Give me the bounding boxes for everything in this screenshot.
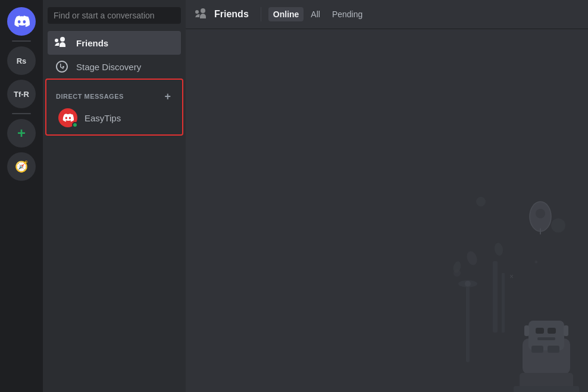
add-dm-button[interactable]: + (163, 92, 173, 101)
friends-header-icon (195, 7, 209, 21)
online-status-dot (72, 122, 78, 128)
nav-stage-discovery[interactable]: Stage Discovery (48, 55, 181, 79)
add-server-button[interactable]: + (7, 119, 36, 148)
friends-header: Friends Online All Pending (186, 0, 588, 29)
add-server-icon: + (17, 125, 26, 142)
empty-state-illustration: × + (290, 154, 588, 392)
search-bar[interactable]: Find or start a conversation (48, 7, 181, 24)
svg-point-4 (536, 209, 545, 218)
stage-discovery-label: Stage Discovery (76, 62, 141, 72)
svg-rect-21 (524, 325, 529, 336)
easytips-name: EasyTips (85, 113, 121, 123)
svg-rect-7 (502, 273, 505, 333)
easytips-avatar (58, 108, 77, 127)
server-sidebar: Rs Tf-R + 🧭 (0, 0, 43, 392)
svg-rect-23 (531, 346, 543, 353)
svg-rect-24 (548, 346, 559, 353)
svg-rect-20 (537, 337, 555, 340)
dm-section: DIRECT MESSAGES + EasyTips (45, 79, 183, 136)
svg-rect-6 (493, 261, 498, 333)
svg-point-13 (493, 242, 504, 256)
svg-rect-22 (564, 325, 568, 336)
dm-section-header: DIRECT MESSAGES + (46, 82, 182, 104)
compass-icon: 🧭 (15, 160, 28, 173)
svg-rect-8 (466, 285, 470, 362)
svg-text:×: × (509, 272, 514, 281)
dm-sidebar: Find or start a conversation Friends Sta… (43, 0, 186, 392)
friends-body: × + (186, 29, 588, 392)
home-button[interactable] (7, 7, 36, 36)
stage-discovery-icon (55, 59, 69, 74)
tab-pending-label: Pending (332, 10, 362, 19)
header-divider (261, 7, 261, 21)
main-content: Friends Online All Pending (186, 0, 588, 392)
svg-text:+: + (534, 259, 538, 265)
server-tf-r-label: Tf-R (14, 90, 29, 99)
svg-point-10 (465, 281, 471, 287)
friends-nav-icon (55, 36, 69, 50)
svg-rect-18 (536, 328, 544, 334)
server-tf-r[interactable]: Tf-R (7, 80, 36, 108)
server-rs[interactable]: Rs (7, 46, 36, 75)
tab-all-label: All (311, 10, 320, 19)
tab-all[interactable]: All (306, 7, 325, 21)
svg-point-12 (452, 261, 462, 274)
svg-point-11 (465, 250, 478, 266)
server-divider (12, 40, 31, 42)
search-placeholder: Find or start a conversation (54, 11, 155, 20)
svg-point-1 (551, 218, 565, 233)
header-friends-title: Friends (214, 9, 249, 20)
tab-pending[interactable]: Pending (327, 7, 367, 21)
explore-servers-button[interactable]: 🧭 (7, 152, 36, 181)
svg-rect-19 (548, 328, 556, 334)
add-icon: + (164, 91, 171, 102)
server-divider-2 (12, 113, 31, 114)
svg-rect-26 (514, 386, 579, 392)
nav-friends[interactable]: Friends (48, 31, 181, 55)
svg-point-0 (476, 197, 486, 206)
server-rs-label: Rs (17, 57, 27, 65)
dm-section-title: DIRECT MESSAGES (56, 93, 124, 100)
friends-label: Friends (76, 38, 108, 48)
tab-online-label: Online (273, 10, 299, 19)
tab-online[interactable]: Online (268, 7, 304, 21)
dm-item-easytips[interactable]: EasyTips (51, 104, 177, 132)
